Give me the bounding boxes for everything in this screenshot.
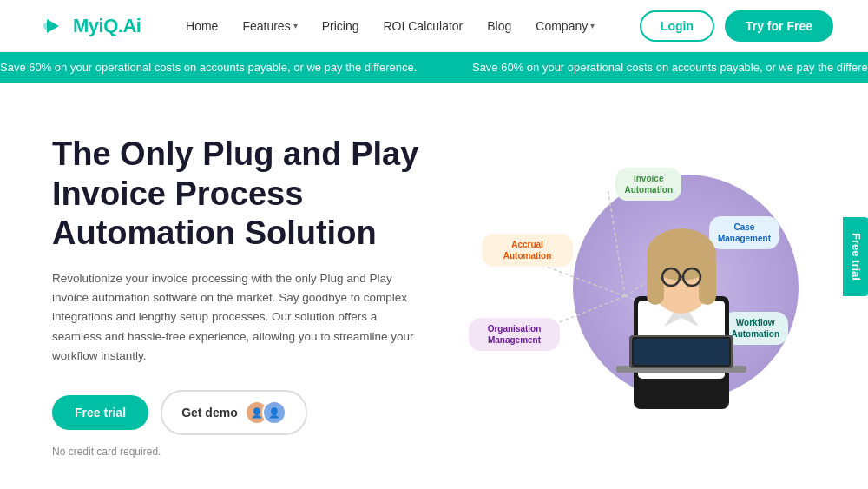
avatar-2: 👤: [262, 400, 286, 425]
nav-blog[interactable]: Blog: [487, 19, 511, 33]
avatar-group: 👤 👤: [245, 400, 286, 425]
nav-features[interactable]: Features ▾: [242, 19, 297, 33]
bubble-accrual: AccrualAutomation: [482, 234, 573, 267]
hero-left: The Only Plug and Play Invoice Process A…: [52, 135, 434, 458]
floating-trial-button[interactable]: Free trial: [843, 217, 868, 296]
company-chevron-icon: ▾: [590, 21, 595, 30]
nav-actions: Login Try for Free: [640, 10, 833, 42]
svg-rect-21: [634, 339, 729, 365]
logo-text: MyiQ.Ai: [73, 15, 141, 37]
nav-company[interactable]: Company ▾: [536, 19, 595, 33]
hero-section: The Only Plug and Play Invoice Process A…: [0, 83, 868, 489]
try-free-button[interactable]: Try for Free: [725, 10, 833, 42]
hero-title: The Only Plug and Play Invoice Process A…: [52, 135, 434, 254]
hero-buttons: Free trial Get demo 👤 👤: [52, 390, 434, 435]
logo[interactable]: MyiQ.Ai: [35, 10, 141, 42]
nav-pricing[interactable]: Pricing: [322, 19, 359, 33]
features-chevron-icon: ▾: [293, 21, 298, 30]
nav-links: Home Features ▾ Pricing ROI Calculator B…: [186, 19, 595, 33]
free-trial-button[interactable]: Free trial: [52, 395, 148, 430]
ticker-content: Save 60% on your operational costs on ac…: [0, 61, 868, 74]
hero-description: Revolutionize your invoice processing wi…: [52, 269, 417, 366]
nav-home[interactable]: Home: [186, 19, 218, 33]
login-button[interactable]: Login: [640, 10, 714, 42]
svg-point-2: [43, 23, 50, 30]
nav-roi-calculator[interactable]: ROI Calculator: [383, 19, 463, 33]
navbar: MyiQ.Ai Home Features ▾ Pricing ROI Calc…: [0, 0, 868, 52]
logo-icon: [35, 10, 66, 42]
no-credit-card-text: No credit card required.: [52, 446, 434, 458]
get-demo-button[interactable]: Get demo 👤 👤: [161, 390, 307, 435]
bubble-org: OrganisationManagement: [469, 318, 560, 351]
ticker-banner: Save 60% on your operational costs on ac…: [0, 52, 868, 83]
hero-right: InvoiceAutomation AccrualAutomation Case…: [434, 166, 816, 426]
hero-woman-illustration: [590, 183, 773, 418]
